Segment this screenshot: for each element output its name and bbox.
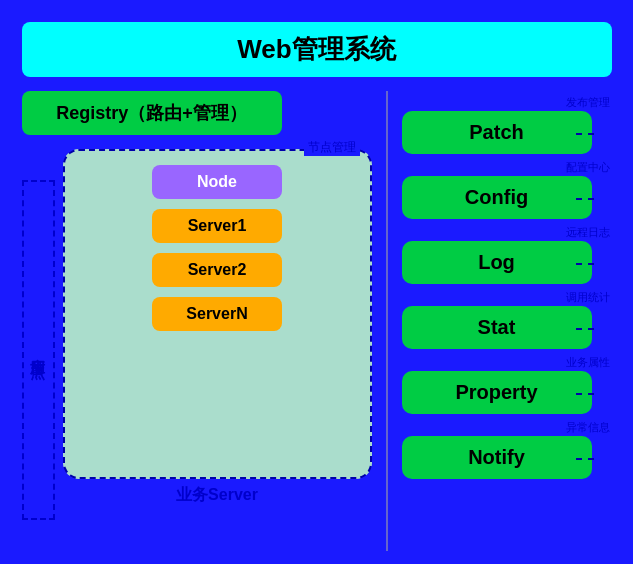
biz-server-label: 业务Server — [63, 485, 372, 506]
content-area: Registry（路由+管理） 应用节点 节点管理 Node Server1 — [22, 91, 612, 551]
right-btn-config[interactable]: Config — [402, 176, 592, 219]
title-text: Web管理系统 — [237, 34, 395, 64]
right-tag-5: 异常信息 — [564, 420, 612, 435]
right-item-stat: 调用统计Stat — [402, 290, 612, 349]
serverN-box: ServerN — [152, 297, 282, 331]
dashed-line-icon — [576, 328, 594, 330]
dashed-line-icon — [576, 263, 594, 265]
right-panel: 发布管理Patch配置中心Config远程日志Log调用统计Stat业务属性Pr… — [402, 91, 612, 551]
registry-label: Registry（路由+管理） — [56, 103, 247, 123]
right-tag-0: 发布管理 — [564, 95, 612, 110]
right-item-property: 业务属性Property — [402, 355, 612, 414]
dashed-line-icon — [576, 458, 594, 460]
node-container: 节点管理 Node Server1 Server2 ServerN — [63, 149, 372, 551]
right-item-patch: 发布管理Patch — [402, 95, 612, 154]
right-item-log: 远程日志Log — [402, 225, 612, 284]
right-item-notify: 异常信息Notify — [402, 420, 612, 479]
right-btn-patch[interactable]: Patch — [402, 111, 592, 154]
main-container: Web管理系统 Registry（路由+管理） 应用节点 节点管理 Node — [12, 12, 622, 552]
right-tag-4: 业务属性 — [564, 355, 612, 370]
right-btn-notify[interactable]: Notify — [402, 436, 592, 479]
dashed-line-icon — [576, 133, 594, 135]
title-bar: Web管理系统 — [22, 22, 612, 77]
app-node-wrapper: 应用节点 节点管理 Node Server1 Server2 — [22, 149, 372, 551]
node-management-dashed: 节点管理 Node Server1 Server2 ServerN — [63, 149, 372, 479]
app-node-label: 应用节点 — [22, 180, 55, 520]
server2-box: Server2 — [152, 253, 282, 287]
vertical-divider — [386, 91, 388, 551]
right-tag-3: 调用统计 — [564, 290, 612, 305]
registry-box: Registry（路由+管理） — [22, 91, 282, 135]
node-management-label: 节点管理 — [304, 139, 360, 156]
right-tag-2: 远程日志 — [564, 225, 612, 240]
dashed-line-icon — [576, 393, 594, 395]
right-btn-log[interactable]: Log — [402, 241, 592, 284]
right-item-config: 配置中心Config — [402, 160, 612, 219]
right-btn-stat[interactable]: Stat — [402, 306, 592, 349]
right-btn-property[interactable]: Property — [402, 371, 592, 414]
right-tag-1: 配置中心 — [564, 160, 612, 175]
left-panel: Registry（路由+管理） 应用节点 节点管理 Node Server1 — [22, 91, 372, 551]
node-box: Node — [152, 165, 282, 199]
dashed-line-icon — [576, 198, 594, 200]
server1-box: Server1 — [152, 209, 282, 243]
